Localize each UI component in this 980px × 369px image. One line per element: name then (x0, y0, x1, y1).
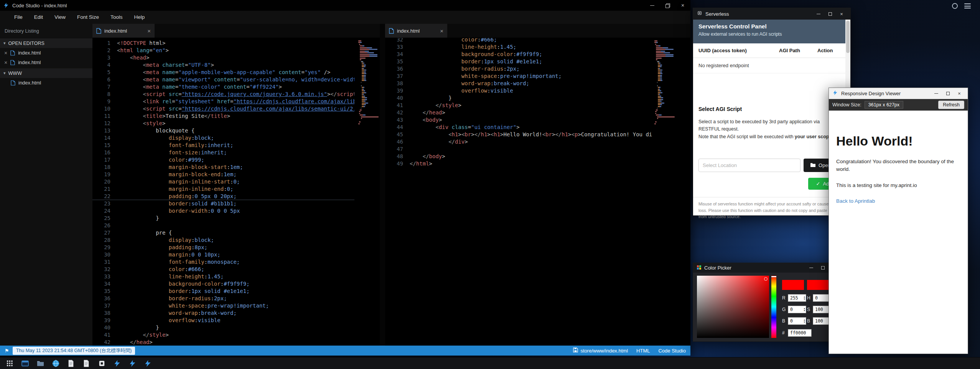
code-line[interactable]: 31 font-family:monospace; (92, 258, 354, 266)
code-line[interactable]: 20 margin-inline-start:0; (92, 178, 354, 185)
file-manager-icon[interactable] (35, 358, 46, 369)
code-line[interactable]: 8 <script src="https://code.jquery.com/j… (92, 91, 354, 98)
sidebar-item-index-html[interactable]: ×index.html (0, 48, 92, 58)
minimap-1[interactable] (654, 40, 673, 125)
sidebar-item-index-html[interactable]: ×index.html (0, 58, 92, 67)
code-line[interactable]: 48 </body> (385, 153, 652, 160)
code-line[interactable]: 12 <style> (92, 120, 354, 127)
minimize-button[interactable] (644, 0, 660, 11)
code-line[interactable]: 6 <meta name="viewport" content="user-sc… (92, 76, 354, 83)
code-line[interactable]: 26 (92, 222, 354, 229)
code-line[interactable]: 27 pre { (92, 229, 354, 237)
code-line[interactable]: 7 <meta name="theme-color" content="#ff9… (92, 83, 354, 91)
minimize-button[interactable] (931, 89, 941, 98)
code-line[interactable]: 33 line-height:1.45; (92, 273, 354, 280)
minimize-button[interactable] (806, 264, 816, 272)
back-to-aprintlab-link[interactable]: Back to Aprintlab (836, 198, 875, 204)
statusbar-language[interactable]: HTML (636, 348, 650, 354)
tab-index-html-2[interactable]: index.html × (385, 24, 447, 38)
code-line[interactable]: 42 </head> (92, 339, 354, 346)
code-line[interactable]: 35 border:1px solid #e1e1e1; (92, 288, 354, 295)
code-line[interactable]: 32 color:#666; (385, 38, 652, 43)
code-line[interactable]: 16 font-size:inherit; (92, 149, 354, 156)
code-line[interactable]: 41 </style> (92, 331, 354, 339)
code-line[interactable]: 3 <head> (92, 54, 354, 61)
code-line[interactable]: 19 margin-block-end:1em; (92, 171, 354, 178)
code-line[interactable]: 37 white-space:pre-wrap!important; (385, 73, 652, 80)
code-studio-3-icon[interactable] (142, 358, 153, 369)
code-line[interactable]: 33 line-height:1.45; (385, 43, 652, 51)
close-icon[interactable]: × (4, 50, 7, 56)
code-line[interactable]: 41 </style> (385, 102, 652, 109)
code-line[interactable]: 2<html lang="en"> (92, 47, 354, 54)
code-line[interactable]: 4 <meta charset="UTF-8"> (92, 61, 354, 69)
code-line[interactable]: 45 <h1><br></h1><h1>Hello World!<br></h1… (385, 131, 652, 138)
cp-field-input[interactable]: 0▴▾ (788, 306, 806, 313)
menu-font-size[interactable]: Font Size (71, 11, 105, 24)
code-line[interactable]: 24 border-width:0 0 0 5px (92, 207, 354, 215)
color-picker-titlebar[interactable]: Color Picker × (693, 263, 843, 273)
code-line[interactable]: 38 word-wrap:break-word; (92, 309, 354, 317)
document-1-icon[interactable] (65, 358, 77, 369)
menu-tools[interactable]: Tools (105, 11, 128, 24)
maximize-button[interactable] (943, 89, 953, 98)
minimap-0[interactable] (358, 40, 377, 125)
close-button[interactable]: × (837, 10, 847, 18)
close-icon[interactable]: × (440, 28, 443, 34)
code-line[interactable]: 39 overflow:visible (385, 87, 652, 94)
code-line[interactable]: 40 } (92, 324, 354, 331)
editor-2[interactable]: 32 color:#666;33 line-height:1.45;34 bac… (385, 38, 690, 346)
code-line[interactable]: 5 <meta name="apple-mobile-web-app-capab… (92, 69, 354, 76)
code-line[interactable]: 18 margin-block-start:1em; (92, 164, 354, 171)
code-line[interactable]: 29 padding:8px; (92, 244, 354, 251)
start-menu-icon[interactable] (4, 358, 15, 369)
statusbar-file-path[interactable]: store/www/index.html (573, 347, 628, 354)
cp-field-input[interactable]: 0▴▾ (788, 317, 806, 325)
restore-button[interactable] (660, 0, 675, 11)
menu-edit[interactable]: Edit (28, 11, 49, 24)
titlebar[interactable]: Code Studio - index.html × (0, 0, 690, 11)
menu-file[interactable]: File (8, 11, 28, 24)
serverless-titlebar[interactable]: Serverless × (693, 8, 850, 20)
code-line[interactable]: 9 <link rel="stylesheet" href="https://c… (92, 98, 354, 105)
code-line[interactable]: 23 border:solid #b1b1b1; (92, 200, 354, 207)
stepper-arrows[interactable]: ▴▾ (804, 319, 805, 323)
terminal-window-icon[interactable] (19, 358, 31, 369)
desktop-menu-icon[interactable] (964, 3, 971, 8)
cp-field-input[interactable]: 255▴▾ (788, 294, 806, 302)
maximize-button[interactable] (818, 264, 828, 272)
saturation-value-picker[interactable] (697, 276, 769, 338)
code-line[interactable]: 36 border-radius:2px; (385, 65, 652, 73)
statusbar-datetime[interactable]: Thu May 11 2023 21:54:48 GMT+0800 (台北標準時… (13, 347, 135, 355)
tab-index-html-1[interactable]: index.html × (92, 24, 155, 38)
code-line[interactable]: 34 background-color:#f9f9f9; (92, 280, 354, 288)
code-line[interactable]: 34 background-color:#f9f9f9; (385, 51, 652, 58)
code-line[interactable]: 13 blockquote { (92, 127, 354, 134)
code-line[interactable]: 30 margin:0 0 10px; (92, 251, 354, 258)
scrollbar-thumb[interactable] (846, 21, 850, 53)
code-line[interactable]: 37 white-space:pre-wrap!important; (92, 302, 354, 309)
menu-view[interactable]: View (49, 11, 71, 24)
code-studio-1-icon[interactable] (111, 358, 123, 369)
responsive-viewer-titlebar[interactable]: Responsive Design Viewer × (829, 88, 968, 99)
script-location-input[interactable] (698, 159, 800, 172)
code-line[interactable]: 15 font-family:inherit; (92, 142, 354, 149)
code-line[interactable]: 17 color:#999; (92, 156, 354, 164)
code-line[interactable]: 25 } (92, 215, 354, 222)
editor-1[interactable]: 1<!DOCTYPE html>2<html lang="en">3 <head… (92, 38, 380, 346)
hue-slider[interactable] (771, 276, 776, 338)
close-icon[interactable]: × (4, 60, 7, 65)
window-size-value[interactable]: 361px x 627px (865, 101, 903, 109)
code-line[interactable]: 39 overflow:visible (92, 317, 354, 324)
stepper-arrows[interactable]: ▴▾ (804, 296, 805, 300)
code-studio-2-icon[interactable] (127, 358, 138, 369)
code-line[interactable]: 14 display:block; (92, 134, 354, 142)
code-line[interactable]: 10 <script src="https://cdnjs.cloudflare… (92, 105, 354, 113)
code-line[interactable]: 32 color:#666; (92, 266, 354, 273)
desktop-refresh-icon[interactable] (952, 3, 958, 9)
minimize-button[interactable] (814, 10, 824, 18)
code-line[interactable]: 35 border:1px solid #e1e1e1; (385, 58, 652, 65)
code-line[interactable]: 49</html> (385, 160, 652, 167)
document-2-icon[interactable] (81, 358, 92, 369)
color-cursor[interactable] (764, 277, 768, 281)
